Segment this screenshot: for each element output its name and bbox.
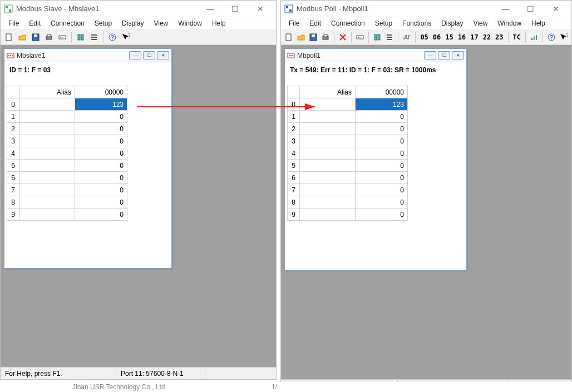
alias-cell[interactable]	[300, 196, 356, 209]
open-icon[interactable]	[295, 31, 307, 43]
row-header[interactable]: 8	[288, 196, 300, 209]
new-icon[interactable]	[283, 31, 294, 43]
alias-cell[interactable]	[19, 147, 75, 160]
chart-icon[interactable]	[529, 31, 540, 43]
alias-cell[interactable]	[300, 184, 356, 196]
alias-cell[interactable]	[19, 123, 75, 135]
list-icon[interactable]	[88, 31, 100, 43]
row-header[interactable]: 2	[7, 123, 19, 135]
row-header[interactable]: 4	[288, 147, 300, 160]
alias-cell[interactable]	[19, 111, 75, 123]
menu-help[interactable]: Help	[527, 18, 550, 28]
menu-window[interactable]: Window	[493, 18, 526, 28]
value-cell[interactable]: 0	[75, 111, 127, 123]
minimize-button[interactable]: —	[198, 1, 223, 17]
table-row[interactable]: 30	[288, 135, 408, 147]
table-row[interactable]: 40	[288, 147, 408, 160]
col-header-value[interactable]: 00000	[356, 86, 408, 98]
value-cell[interactable]: 0	[75, 160, 127, 172]
tc-button[interactable]: TC	[511, 33, 522, 41]
row-header[interactable]: 6	[288, 172, 300, 184]
menu-setup[interactable]: Setup	[90, 18, 116, 28]
table-row[interactable]: 70	[7, 184, 127, 196]
col-header-alias[interactable]: Alias	[300, 86, 356, 98]
save-icon[interactable]	[29, 31, 42, 43]
maximize-button[interactable]: ☐	[518, 1, 543, 17]
help-icon[interactable]: ?	[546, 31, 557, 43]
menu-edit[interactable]: Edit	[305, 18, 326, 28]
alias-cell[interactable]	[19, 172, 75, 184]
value-cell[interactable]: 0	[75, 209, 127, 221]
fc-17[interactable]: 17	[469, 33, 480, 41]
fc-06[interactable]: 06	[431, 33, 442, 41]
table-row[interactable]: 80	[288, 196, 408, 209]
value-cell[interactable]: 0	[75, 135, 127, 147]
table-row[interactable]: 20	[7, 123, 127, 135]
value-cell[interactable]: 0	[356, 123, 408, 135]
value-cell[interactable]: 123	[356, 98, 408, 111]
child-minimize-button[interactable]: —	[424, 51, 436, 59]
close-button[interactable]: ✕	[248, 1, 273, 17]
child-window-mbpoll1[interactable]: Mbpoll1 — ☐ ✕ Tx = 549: Err = 11: ID = 1…	[284, 48, 467, 271]
value-cell[interactable]: 0	[75, 123, 127, 135]
alias-cell[interactable]	[19, 98, 75, 111]
fc-23[interactable]: 23	[494, 33, 505, 41]
col-header-value[interactable]: 00000	[75, 86, 127, 98]
alias-cell[interactable]	[19, 184, 75, 196]
row-header[interactable]: 5	[288, 160, 300, 172]
alias-cell[interactable]	[300, 123, 356, 135]
alias-cell[interactable]	[300, 209, 356, 221]
whatsthis-icon[interactable]: ?	[558, 31, 569, 43]
row-header[interactable]: 5	[7, 160, 19, 172]
alias-cell[interactable]	[300, 147, 356, 160]
menu-display[interactable]: Display	[437, 18, 467, 28]
value-cell[interactable]: 0	[356, 172, 408, 184]
value-cell[interactable]: 123	[75, 98, 127, 111]
print-icon[interactable]	[320, 31, 331, 43]
child-title-left[interactable]: Mbslave1 — ☐ ✕	[4, 49, 171, 62]
print-icon[interactable]	[43, 31, 55, 43]
menu-setup[interactable]: Setup	[371, 18, 397, 28]
menu-connection[interactable]: Connection	[327, 18, 369, 28]
table-row[interactable]: 40	[7, 147, 127, 160]
row-header[interactable]: 9	[7, 209, 19, 221]
child-title-right[interactable]: Mbpoll1 — ☐ ✕	[285, 49, 466, 62]
row-header[interactable]: 0	[7, 98, 19, 111]
table-row[interactable]: 30	[7, 135, 127, 147]
alias-cell[interactable]	[300, 160, 356, 172]
register-grid-left[interactable]: Alias 00000 0123102030405060708090	[7, 86, 127, 221]
alias-cell[interactable]	[19, 209, 75, 221]
table-row[interactable]: 90	[288, 209, 408, 221]
fc-16[interactable]: 16	[456, 33, 467, 41]
value-cell[interactable]: 0	[356, 209, 408, 221]
value-cell[interactable]: 0	[356, 184, 408, 196]
help-icon[interactable]: ?	[106, 31, 119, 43]
menu-view[interactable]: View	[149, 18, 172, 28]
table-row[interactable]: 50	[288, 160, 408, 172]
row-header[interactable]: 6	[7, 172, 19, 184]
menu-view[interactable]: View	[469, 18, 492, 28]
child-maximize-button[interactable]: ☐	[438, 51, 450, 59]
table-row[interactable]: 80	[7, 196, 127, 209]
fc-15[interactable]: 15	[443, 33, 455, 41]
alias-cell[interactable]	[19, 196, 75, 209]
setup-icon[interactable]	[75, 31, 87, 43]
row-header[interactable]: 1	[7, 111, 19, 123]
child-maximize-button[interactable]: ☐	[143, 51, 155, 59]
table-row[interactable]: 70	[288, 184, 408, 196]
pulse-icon[interactable]	[401, 31, 412, 43]
table-row[interactable]: 20	[288, 123, 408, 135]
value-cell[interactable]: 0	[356, 147, 408, 160]
value-cell[interactable]: 0	[75, 196, 127, 209]
new-icon[interactable]	[3, 31, 15, 43]
titlebar-right[interactable]: Modbus Poll - Mbpoll1 — ☐ ✕	[281, 1, 571, 17]
menu-file[interactable]: File	[4, 18, 23, 28]
minimize-button[interactable]: —	[493, 1, 518, 17]
menu-edit[interactable]: Edit	[24, 18, 45, 28]
alias-cell[interactable]	[19, 135, 75, 147]
value-cell[interactable]: 0	[75, 172, 127, 184]
table-row[interactable]: 50	[7, 160, 127, 172]
save-icon[interactable]	[308, 31, 319, 43]
table-row[interactable]: 90	[7, 209, 127, 221]
value-cell[interactable]: 0	[356, 111, 408, 123]
